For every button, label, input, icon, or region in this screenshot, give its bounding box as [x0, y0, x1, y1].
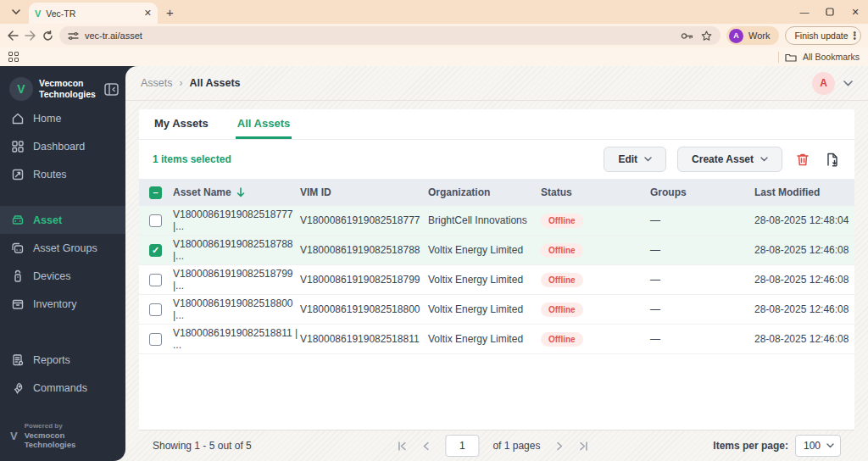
forward-icon[interactable] — [25, 31, 36, 41]
prev-page-icon[interactable] — [420, 441, 431, 452]
table-row[interactable]: V18000861919082518800 |... V180008619190… — [139, 295, 854, 325]
assets-card: My Assets All Assets 1 items selected Ed… — [139, 109, 854, 430]
row-checkbox[interactable] — [149, 333, 162, 346]
chevron-down-icon — [644, 157, 652, 162]
site-settings-icon[interactable] — [68, 31, 79, 41]
sidebar-item-devices[interactable]: Devices — [0, 262, 125, 290]
browser-tab-title: Vec-TR — [46, 8, 138, 19]
user-menu-chevron-icon[interactable] — [843, 81, 853, 86]
last-modified-cell: 28-08-2025 12:46:08 — [754, 303, 854, 315]
bookmark-star-icon[interactable] — [701, 31, 712, 42]
table-row[interactable]: V18000861919082518811 | ... V18000861919… — [139, 325, 854, 354]
sidebar-collapse-icon[interactable] — [104, 83, 119, 96]
table-row[interactable]: V18000861919082518777 |... V180008619190… — [139, 206, 854, 236]
new-tab-button[interactable]: + — [166, 5, 174, 19]
delete-icon[interactable] — [793, 153, 812, 167]
asset-name-cell[interactable]: V18000861919082518811 | ... — [173, 327, 300, 351]
asset-name-cell[interactable]: V18000861919082518777 |... — [173, 208, 300, 232]
back-icon[interactable] — [7, 31, 19, 41]
sidebar-section-gap — [0, 188, 125, 206]
profile-avatar: A — [729, 29, 743, 43]
apps-grid-icon[interactable] — [8, 52, 19, 62]
groups-cell: — — [650, 303, 754, 315]
password-key-icon[interactable] — [681, 32, 693, 40]
table-row[interactable]: ✓ V18000861919082518788 |... V1800086191… — [139, 236, 854, 265]
site-favicon-icon: V — [35, 8, 41, 19]
showing-summary: Showing 1 - 5 out of 5 — [153, 440, 252, 452]
folder-icon — [785, 53, 797, 62]
sidebar-header: V Vecmocon Technologies — [0, 66, 125, 109]
dashboard-icon — [11, 140, 25, 153]
window-maximize-icon[interactable] — [817, 0, 843, 24]
sidebar-item-reports[interactable]: Reports — [0, 346, 125, 374]
row-checkbox[interactable] — [149, 274, 162, 286]
chevron-down-icon — [760, 157, 768, 162]
sidebar-item-dashboard[interactable]: Dashboard — [0, 132, 125, 160]
row-checkbox[interactable] — [149, 214, 162, 227]
sidebar-item-asset[interactable]: Asset — [0, 206, 125, 234]
url-text[interactable]: vec-tr.ai/asset — [85, 31, 675, 41]
tab-my-assets[interactable]: My Assets — [153, 109, 210, 139]
browser-tabstrip: V Vec-TR ✕ + — ✕ — [0, 0, 868, 24]
select-all-checkbox[interactable]: – — [149, 186, 162, 199]
organization-cell: BrightCell Innovations — [428, 214, 541, 226]
chevron-down-icon — [826, 443, 834, 448]
browser-profile-button[interactable]: A Work — [726, 26, 779, 45]
export-icon[interactable] — [823, 153, 841, 167]
last-modified-cell: 28-08-2025 12:46:08 — [754, 244, 854, 256]
browser-tab[interactable]: V Vec-TR ✕ — [29, 3, 158, 24]
breadcrumb-all-assets: All Assets — [190, 77, 241, 89]
sidebar-item-inventory[interactable]: Inventory — [0, 290, 125, 318]
bookmarks-bar: All Bookmarks — [0, 47, 868, 66]
sidebar-item-routes[interactable]: Routes — [0, 160, 125, 188]
tab-close-icon[interactable]: ✕ — [144, 8, 152, 18]
breadcrumb: Assets › All Assets — [141, 77, 241, 89]
tab-all-assets[interactable]: All Assets — [236, 109, 292, 139]
vim-id-cell: V18000861919082518811 — [300, 333, 428, 345]
breadcrumb-chevron-icon: › — [180, 77, 183, 89]
url-bar[interactable]: vec-tr.ai/asset — [59, 26, 721, 45]
vecmocon-logo-icon: V — [9, 77, 33, 101]
create-asset-button[interactable]: Create Asset — [677, 147, 782, 172]
breadcrumb-assets[interactable]: Assets — [141, 77, 173, 89]
sidebar-item-home[interactable]: Home — [0, 109, 125, 132]
sidebar: V Vecmocon Technologies Home Dashboard R… — [0, 66, 125, 461]
tab-list-chevron-icon[interactable] — [5, 2, 27, 22]
vim-id-cell: V18000861919082518777 — [300, 214, 428, 226]
asset-icon — [11, 214, 25, 227]
page-number-input[interactable]: 1 — [445, 435, 479, 457]
edit-button[interactable]: Edit — [604, 147, 666, 172]
status-badge: Offline — [541, 243, 583, 258]
row-checkbox[interactable] — [149, 303, 162, 316]
asset-name-cell[interactable]: V18000861919082518788 |... — [173, 238, 300, 262]
app-window: V Vecmocon Technologies Home Dashboard R… — [0, 66, 868, 461]
user-avatar[interactable]: A — [812, 72, 835, 95]
browser-menu-icon[interactable]: ••• — [853, 31, 856, 41]
all-bookmarks-label[interactable]: All Bookmarks — [803, 52, 860, 62]
last-modified-cell: 28-08-2025 12:46:08 — [754, 333, 854, 345]
profile-name: Work — [748, 31, 770, 41]
last-modified-cell: 28-08-2025 12:46:08 — [754, 274, 854, 286]
organization-cell: Voltix Energy Limited — [428, 244, 541, 256]
table-row[interactable]: V18000861919082518799 |... V180008619190… — [139, 265, 854, 295]
window-minimize-icon[interactable]: — — [792, 0, 817, 24]
row-checkbox[interactable]: ✓ — [149, 244, 162, 257]
vecmocon-footer-logo-icon: V — [10, 430, 18, 442]
asset-name-cell[interactable]: V18000861919082518799 |... — [173, 268, 300, 292]
reload-icon[interactable] — [42, 31, 53, 42]
finish-update-button[interactable]: Finish update ••• — [785, 26, 861, 45]
vim-id-cell: V18000861919082518799 — [300, 274, 428, 286]
organization-cell: Voltix Energy Limited — [428, 303, 541, 315]
groups-cell: — — [650, 244, 754, 256]
sort-desc-icon[interactable] — [236, 187, 245, 197]
last-page-icon[interactable] — [578, 441, 589, 452]
sidebar-item-commands[interactable]: Commands — [0, 374, 125, 402]
asset-name-cell[interactable]: V18000861919082518800 |... — [173, 297, 300, 321]
vim-id-cell: V18000861919082518788 — [300, 244, 428, 256]
status-cell: Offline — [541, 303, 650, 317]
next-page-icon[interactable] — [554, 441, 565, 452]
first-page-icon[interactable] — [396, 441, 407, 452]
items-per-page-select[interactable]: 100 — [795, 435, 841, 457]
sidebar-item-asset-groups[interactable]: Asset Groups — [0, 234, 125, 262]
window-close-icon[interactable]: ✕ — [843, 0, 868, 24]
